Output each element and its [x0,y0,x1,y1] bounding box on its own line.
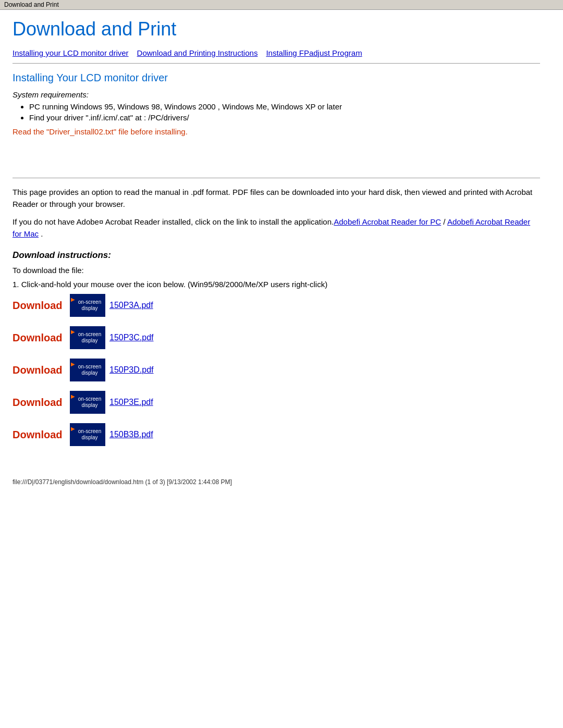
pdf-link[interactable]: 150B3B.pdf [109,430,153,439]
adobe-intro-text: If you do not have Adobe¤ Acrobat Reader… [13,217,334,226]
download-instructions-title: Download instructions: [13,250,540,261]
download-row: Downloadon-screendisplay150B3B.pdf [13,423,540,446]
page-container: Download and Print Installing your LCD m… [0,10,553,464]
adobe-pc-link[interactable]: Adobefi Acrobat Reader for PC [334,217,441,226]
pdf-link[interactable]: 150P3A.pdf [109,301,153,310]
osd-icon: on-screendisplay [70,359,105,381]
osd-icon: on-screendisplay [70,423,105,446]
driver-warning: Read the "Driver_install02.txt" file bef… [13,127,540,136]
pdf-link[interactable]: 150P3D.pdf [109,365,154,375]
footer: file:///D|/03771/english/download/downlo… [0,474,563,490]
osd-icon: on-screendisplay [70,294,105,317]
download-label: Download [13,397,70,409]
section-spacer [13,141,540,172]
download-row: Downloadon-screendisplay150P3A.pdf [13,294,540,317]
download-label: Download [13,300,70,312]
page-title: Download and Print [13,18,540,40]
nav-divider [13,63,540,64]
osd-icon: on-screendisplay [70,391,105,414]
nav-link-download-printing[interactable]: Download and Printing Instructions [137,48,258,57]
link-separator: / [441,217,447,226]
adobe-paragraph: If you do not have Adobe¤ Acrobat Reader… [13,216,540,240]
pdf-description: This page provides an option to read the… [13,187,540,210]
pdf-link[interactable]: 150P3E.pdf [109,398,153,407]
section-divider [13,178,540,178]
section1-title: Installing Your LCD monitor driver [13,72,540,84]
download-row: Downloadon-screendisplay150P3D.pdf [13,359,540,381]
download-label: Download [13,364,70,376]
download-label: Download [13,429,70,441]
pdf-link[interactable]: 150P3C.pdf [109,333,154,342]
adobe-end-text: . [39,229,43,238]
download-list: Downloadon-screendisplay150P3A.pdfDownlo… [13,294,540,446]
nav-links: Installing your LCD monitor driver Downl… [13,48,540,58]
download-label: Download [13,332,70,344]
download-step-label: To download the file: [13,266,540,275]
requirements-list: PC running Windows 95, Windows 98, Windo… [29,102,540,122]
requirement-item: PC running Windows 95, Windows 98, Windo… [29,102,540,111]
requirement-item: Find your driver ".inf/.icm/.cat" at : /… [29,113,540,122]
osd-icon: on-screendisplay [70,326,105,349]
download-row: Downloadon-screendisplay150P3E.pdf [13,391,540,414]
download-step1: 1. Click-and-hold your mouse over the ic… [13,280,540,289]
system-req-label: System requirements: [13,90,540,99]
browser-tab: Download and Print [0,0,563,10]
download-row: Downloadon-screendisplay150P3C.pdf [13,326,540,349]
nav-link-fpadjust[interactable]: Installing FPadjust Program [266,48,362,57]
nav-link-lcd-driver[interactable]: Installing your LCD monitor driver [13,48,129,57]
